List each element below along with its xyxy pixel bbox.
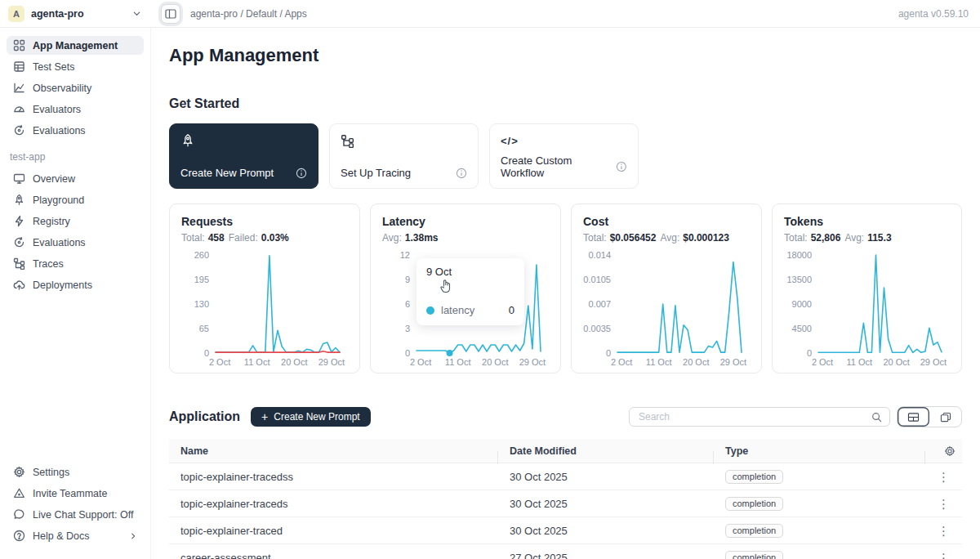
svg-text:11 Oct: 11 Oct (244, 357, 270, 367)
svg-text:13500: 13500 (786, 275, 812, 284)
svg-text:130: 130 (194, 299, 209, 309)
sidebar-item-label: Observability (33, 83, 91, 94)
breadcrumb[interactable]: agenta-pro / Default / Apps (190, 8, 307, 20)
info-icon[interactable] (296, 168, 307, 179)
topbar: A agenta-pro agenta-pro / Default / Apps… (0, 0, 980, 28)
type-badge: completion (725, 497, 783, 511)
trace-tree-icon (13, 257, 25, 270)
sidebar-item-evaluations[interactable]: Evaluations (7, 121, 144, 140)
view-toggle (897, 406, 962, 427)
svg-text:9: 9 (405, 275, 410, 284)
sidebar-item-label: App Management (33, 40, 118, 51)
chart-tooltip: 9 Oct latency 0 (416, 258, 524, 325)
info-icon[interactable] (616, 161, 627, 172)
row-menu-button[interactable]: ⋮ (933, 548, 955, 559)
sidebar-item-deployments[interactable]: Deployments (7, 275, 144, 294)
table-row[interactable]: career-assessment 27 Oct 2025 completion… (169, 544, 962, 559)
stat-label: Total: (181, 232, 205, 244)
svg-text:12: 12 (400, 250, 410, 260)
tooltip-series: latency (441, 304, 502, 316)
type-badge: completion (725, 470, 783, 484)
sidebar-item-label: Test Sets (33, 61, 74, 73)
svg-text:3: 3 (405, 324, 410, 333)
app-name: topic-explainer-traceds (169, 498, 498, 510)
app-type: completion (714, 551, 925, 559)
sidebar-item-label: Playground (33, 195, 84, 206)
table-view-button[interactable] (898, 407, 929, 427)
sidebar-item-registry[interactable]: Registry (7, 212, 144, 230)
sidebar-item-live-chat[interactable]: Live Chat Support: Off (7, 505, 144, 524)
svg-text:0.014: 0.014 (588, 250, 611, 260)
app-name: topic-explainer-tracedss (169, 471, 498, 483)
sidebar-item-traces[interactable]: Traces (7, 254, 144, 273)
gear-icon[interactable] (944, 445, 956, 457)
table-row[interactable]: topic-explainer-tracedss 30 Oct 2025 com… (169, 463, 962, 490)
search-icon[interactable] (871, 412, 882, 423)
app-date: 30 Oct 2025 (498, 498, 714, 510)
gauge-icon (13, 103, 25, 115)
stat-value: 458 (208, 232, 225, 244)
cost-chart: 00.00350.0070.01050.0142 Oct11 Oct20 Oct… (583, 247, 750, 368)
cost-card: Cost Total:$0.056452 Avg:$0.000123 00.00… (571, 203, 762, 373)
search-input[interactable] (637, 410, 871, 423)
sidebar-footer: Settings Invite Teammate Live Chat Suppo… (7, 463, 144, 548)
table-row[interactable]: topic-explainer-traced 30 Oct 2025 compl… (169, 517, 962, 544)
page-title: App Management (169, 45, 962, 66)
column-header-name: Name (169, 445, 498, 457)
sidebar-item-overview[interactable]: Overview (7, 169, 144, 188)
sidebar-item-label: Invite Teammate (33, 488, 107, 499)
svg-text:2 Oct: 2 Oct (611, 357, 632, 367)
search-box[interactable] (629, 407, 890, 427)
applications-table: Name Date Modified Type topic-explainer-… (169, 439, 962, 559)
sidebar-item-playground[interactable]: Playground (7, 190, 144, 209)
create-custom-workflow-card[interactable]: </> Create Custom Workflow (489, 123, 639, 189)
grid-icon (13, 39, 25, 51)
create-new-prompt-button[interactable]: + Create New Prompt (251, 407, 371, 427)
table-row[interactable]: topic-explainer-traceds 30 Oct 2025 comp… (169, 490, 962, 517)
sidebar-item-settings[interactable]: Settings (7, 463, 144, 481)
type-badge: completion (725, 551, 783, 559)
row-menu-button[interactable]: ⋮ (933, 467, 955, 486)
sidebar-collapse-button[interactable] (161, 4, 180, 24)
svg-text:2 Oct: 2 Oct (410, 357, 431, 367)
row-menu-button[interactable]: ⋮ (933, 494, 955, 513)
card-label: Create New Prompt (180, 167, 274, 179)
sidebar-item-observability[interactable]: Observability (7, 78, 144, 97)
sidebar-item-label: Deployments (33, 280, 92, 291)
table-header: Name Date Modified Type (169, 439, 962, 463)
info-icon[interactable] (456, 168, 467, 179)
sidebar-section-label: test-app (10, 151, 140, 163)
svg-text:20 Oct: 20 Oct (683, 357, 709, 367)
chart-line-icon (13, 82, 25, 94)
type-badge: completion (725, 524, 783, 538)
stat-label: Total: (784, 232, 808, 244)
sidebar-item-test-sets[interactable]: Test Sets (7, 57, 144, 76)
get-started-cards: Create New Prompt Set Up Tracing </> Cre… (169, 123, 962, 189)
sidebar-item-label: Traces (33, 258, 64, 270)
svg-text:18000: 18000 (786, 250, 812, 260)
svg-text:11 Oct: 11 Oct (847, 357, 873, 367)
row-menu-button[interactable]: ⋮ (933, 521, 955, 540)
table-view-icon (907, 412, 920, 423)
requests-card: Requests Total:458 Failed:0.03% 06513019… (169, 203, 360, 373)
workspace-selector[interactable]: A agenta-pro (0, 6, 151, 22)
sidebar-item-app-management[interactable]: App Management (7, 36, 144, 55)
sidebar-item-help-docs[interactable]: Help & Docs (7, 526, 144, 545)
rocket-icon (13, 194, 25, 206)
card-view-button[interactable] (929, 407, 961, 427)
stat-label: Avg: (382, 232, 402, 244)
column-header-type: Type (714, 445, 925, 457)
create-new-prompt-card[interactable]: Create New Prompt (169, 123, 318, 189)
set-up-tracing-card[interactable]: Set Up Tracing (329, 123, 479, 189)
cycle-icon (13, 236, 25, 248)
sidebar-item-label: Registry (33, 216, 70, 227)
svg-text:20 Oct: 20 Oct (482, 357, 508, 367)
svg-text:65: 65 (199, 324, 209, 333)
svg-text:6: 6 (405, 299, 410, 309)
gear-icon (13, 466, 25, 478)
sidebar-item-evaluators[interactable]: Evaluators (7, 100, 144, 119)
sidebar-item-app-evaluations[interactable]: Evaluations (7, 233, 144, 252)
sidebar-item-label: Live Chat Support: Off (33, 509, 133, 521)
sidebar-item-invite-teammate[interactable]: Invite Teammate (7, 484, 144, 503)
monitor-icon (13, 172, 25, 185)
